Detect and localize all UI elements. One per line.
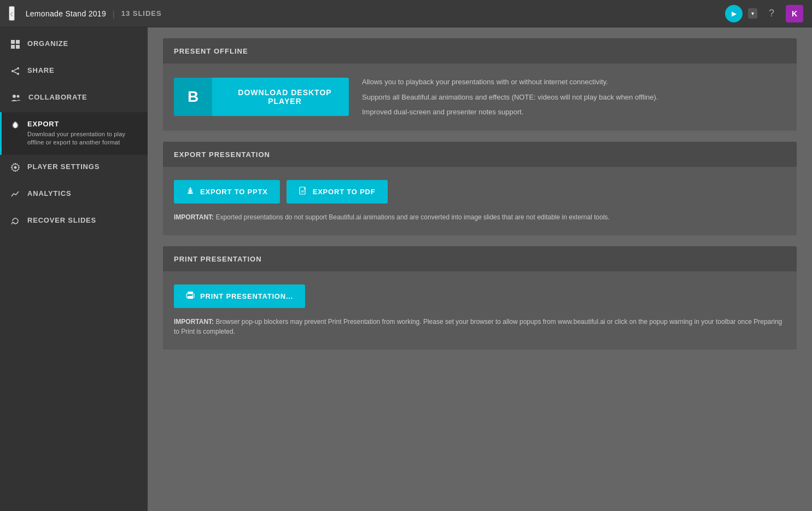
sidebar-item-share-label: SHARE [27, 66, 55, 74]
sidebar-item-share[interactable]: SHARE [0, 59, 148, 85]
topbar-right: ▶ ▾ ? K [725, 5, 803, 22]
play-icon: ▶ [732, 10, 737, 18]
title-divider: | [113, 9, 115, 18]
svg-line-8 [14, 72, 17, 73]
play-dropdown-button[interactable]: ▾ [748, 8, 757, 19]
recover-slides-icon [11, 217, 20, 228]
sidebar-item-collaborate-label: COLLABORATE [28, 93, 87, 101]
svg-rect-0 [11, 40, 15, 44]
presentation-title: Lemonade Stand 2019 [26, 9, 106, 18]
organize-icon [11, 40, 20, 51]
offline-info-line-3: Improved dual-screen and presenter notes… [362, 107, 658, 118]
export-presentation-body: EXPORT TO PPTX EXPORT TO PDF [163, 167, 797, 235]
export-pdf-icon [299, 187, 307, 197]
help-icon: ? [769, 8, 774, 19]
content-area: PRESENT OFFLINE B DOWNLOAD DESKTOP PLAYE… [148, 27, 812, 511]
export-buttons: EXPORT TO PPTX EXPORT TO PDF [174, 180, 786, 204]
offline-row: B DOWNLOAD DESKTOP PLAYER Allows you to … [174, 77, 786, 118]
present-offline-title: PRESENT OFFLINE [174, 47, 248, 55]
print-presentation-section: PRINT PRESENTATION PRINT PRESENTATION... [163, 246, 797, 350]
download-player-label: DOWNLOAD DESKTOP PLAYER [221, 88, 349, 106]
analytics-icon [11, 190, 20, 201]
sidebar-item-collaborate[interactable]: COLLABORATE [0, 85, 148, 112]
player-settings-icon [11, 163, 20, 174]
sidebar-item-organize-label: ORGANIZE [27, 39, 68, 48]
download-player-icon: B [174, 78, 212, 116]
sidebar-item-recover-slides-label: RECOVER SLIDES [27, 216, 96, 224]
export-presentation-section: EXPORT PRESENTATION EXPORT TO PPTX [163, 142, 797, 235]
svg-point-18 [192, 295, 193, 296]
sidebar-item-export-sub: Download your presentation to play offli… [27, 130, 137, 147]
back-button[interactable]: ‹ [9, 6, 15, 21]
slides-count: 13 SLIDES [121, 9, 162, 18]
print-presentation-title: PRINT PRESENTATION [174, 255, 262, 263]
sidebar-item-recover-slides[interactable]: RECOVER SLIDES [0, 208, 148, 235]
export-pdf-label: EXPORT TO PDF [313, 188, 376, 196]
print-important-note: IMPORTANT: Browser pop-up blockers may p… [174, 317, 786, 336]
svg-rect-2 [11, 45, 15, 49]
export-important-note: IMPORTANT: Exported presentations do not… [174, 212, 786, 222]
present-offline-body: B DOWNLOAD DESKTOP PLAYER Allows you to … [163, 63, 797, 131]
svg-point-9 [13, 95, 16, 98]
present-offline-header: PRESENT OFFLINE [163, 38, 797, 63]
help-button[interactable]: ? [763, 5, 780, 22]
dropdown-icon: ▾ [751, 10, 754, 16]
sidebar-item-player-settings[interactable]: PLAYER SETTINGS [0, 155, 148, 182]
svg-line-7 [14, 69, 17, 71]
main-layout: ORGANIZE SHARE [0, 27, 812, 511]
share-icon [11, 67, 20, 78]
svg-point-6 [17, 73, 19, 75]
svg-rect-11 [188, 193, 193, 194]
collaborate-icon [11, 94, 21, 104]
export-presentation-header: EXPORT PRESENTATION [163, 142, 797, 167]
sidebar-item-analytics-label: ANALYTICS [27, 189, 71, 198]
offline-info-line-2: Supports all Beautiful.ai animations and… [362, 92, 658, 103]
svg-rect-3 [16, 45, 20, 49]
sidebar-item-analytics[interactable]: ANALYTICS [0, 182, 148, 208]
print-icon [186, 291, 195, 301]
export-to-pdf-button[interactable]: EXPORT TO PDF [287, 180, 388, 204]
sidebar-item-player-settings-label: PLAYER SETTINGS [27, 162, 100, 171]
export-to-pptx-button[interactable]: EXPORT TO PPTX [174, 180, 280, 204]
print-btn-label: PRINT PRESENTATION... [200, 292, 293, 300]
print-presentation-header: PRINT PRESENTATION [163, 246, 797, 271]
sidebar-item-export[interactable]: EXPORT Download your presentation to pla… [0, 112, 148, 155]
offline-info: Allows you to playback your presentation… [362, 77, 658, 118]
play-button[interactable]: ▶ [725, 5, 743, 22]
topbar: ‹ Lemonade Stand 2019 | 13 SLIDES ▶ ▾ ? … [0, 0, 812, 27]
download-desktop-player-button[interactable]: B DOWNLOAD DESKTOP PLAYER [174, 78, 349, 116]
export-pptx-label: EXPORT TO PPTX [200, 188, 268, 196]
export-presentation-title: EXPORT PRESENTATION [174, 150, 270, 159]
print-presentation-button[interactable]: PRINT PRESENTATION... [174, 284, 305, 308]
print-presentation-body: PRINT PRESENTATION... IMPORTANT: Browser… [163, 271, 797, 350]
sidebar-item-export-label: EXPORT [27, 120, 137, 128]
svg-point-10 [17, 95, 20, 98]
export-icon [11, 120, 20, 131]
export-pptx-icon [186, 187, 195, 197]
offline-info-line-1: Allows you to playback your presentation… [362, 77, 658, 88]
svg-rect-17 [188, 296, 193, 299]
svg-rect-1 [16, 40, 20, 44]
present-offline-section: PRESENT OFFLINE B DOWNLOAD DESKTOP PLAYE… [163, 38, 797, 131]
svg-point-4 [17, 67, 19, 69]
avatar[interactable]: K [786, 5, 803, 22]
svg-point-5 [11, 70, 14, 72]
sidebar: ORGANIZE SHARE [0, 27, 148, 511]
sidebar-item-organize[interactable]: ORGANIZE [0, 32, 148, 59]
